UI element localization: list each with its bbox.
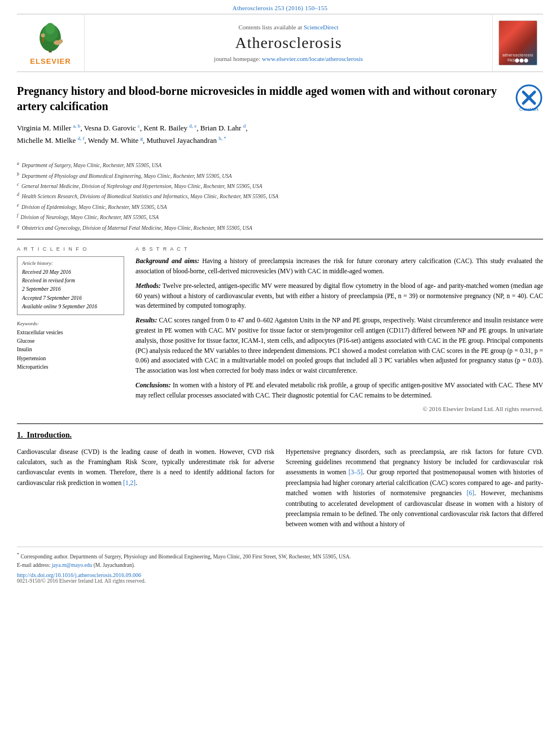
authors-line: Virginia M. Miller a, b, Vesna D. Garovi…	[17, 122, 504, 147]
abstract-methods: Methods: Twelve pre-selected, antigen-sp…	[135, 281, 543, 311]
affil-g: g Obstetrics and Gynecology, Division of…	[17, 223, 543, 232]
affil-c: c General Internal Medicine, Division of…	[17, 181, 543, 190]
doi-link[interactable]: http://dx.doi.org/10.1016/j.atherosclero…	[17, 572, 543, 578]
sciencedirect-link[interactable]: ScienceDirect	[304, 24, 339, 30]
journal-title-area: Contents lists available at ScienceDirec…	[85, 15, 492, 71]
cite-3-5[interactable]: [3–5]	[349, 469, 363, 475]
keyword-2: Glucose	[17, 337, 124, 346]
article-history-box: Article history: Received 20 May 2016 Re…	[17, 256, 124, 315]
email-label: E-mail address:	[17, 562, 52, 568]
svg-point-3	[46, 23, 55, 34]
cite-6[interactable]: [6]	[467, 490, 474, 496]
journal-cover-area: atherosclerosis FAS⬤⬤⬤	[492, 15, 543, 71]
affil-d: d Health Sciences Research, Divisions of…	[17, 191, 543, 200]
copyright-line: © 2016 Elsevier Ireland Ltd. All rights …	[135, 405, 543, 412]
info-abstract-section: A R T I C L E I N F O Article history: R…	[17, 246, 543, 412]
history-entries: Received 20 May 2016 Received in revised…	[22, 268, 119, 311]
abstract-results: Results: CAC scores ranged from 0 to 47 …	[135, 316, 543, 376]
elsevier-logo-area: ELSEVIER	[17, 15, 85, 71]
svg-point-4	[41, 33, 45, 37]
author-email[interactable]: jaya.m@mayo.edu	[52, 562, 93, 568]
journal-homepage-link[interactable]: www.elsevier.com/locate/atherosclerosis	[262, 55, 363, 62]
journal-citation: Atherosclerosis 253 (2016) 150–155	[0, 0, 560, 14]
introduction-body: Cardiovascular disease (CVD) is the lead…	[17, 447, 543, 535]
article-info-column: A R T I C L E I N F O Article history: R…	[17, 246, 124, 412]
issn-line: 0021-9150/© 2016 Elsevier Ireland Ltd. A…	[17, 578, 543, 584]
abstract-background: Background and aims: Having a history of…	[135, 256, 543, 277]
svg-point-7	[59, 39, 63, 43]
corresponding-author-note: * Corresponding author. Departments of S…	[17, 552, 543, 570]
history-online: Available online 9 September 2016	[22, 303, 119, 311]
article-title-section: Pregnancy history and blood-borne microv…	[17, 84, 543, 154]
section-divider-1	[17, 239, 543, 239]
elsevier-wordmark: ELSEVIER	[30, 57, 71, 65]
history-revised-date: 2 September 2016	[22, 285, 119, 294]
crossmark-icon: CrossMark	[515, 84, 543, 112]
history-revised-label: Received in revised form	[22, 277, 119, 285]
history-accepted: Accepted 7 September 2016	[22, 294, 119, 303]
keyword-1: Extracellular vesicles	[17, 329, 124, 337]
sciencedirect-line: Contents lists available at ScienceDirec…	[238, 24, 338, 30]
svg-text:CrossMark: CrossMark	[519, 107, 539, 111]
affil-f: f Division of Neurology, Mayo Clinic, Ro…	[17, 212, 543, 221]
history-label: Article history:	[22, 260, 119, 266]
elsevier-tree-icon	[33, 21, 67, 55]
intro-right-col: Hypertensive pregnancy disorders, such a…	[286, 447, 543, 535]
abstract-conclusions: Conclusions: In women with a history of …	[135, 381, 543, 401]
email-name: (M. Jayachandran).	[94, 562, 135, 568]
keyword-5: Microparticles	[17, 363, 124, 372]
cover-label: atherosclerosis	[502, 53, 533, 57]
affiliations: a Department of Surgery, Mayo Clinic, Ro…	[17, 160, 543, 232]
abstract-label: A B S T R A C T	[135, 246, 543, 252]
keywords-list: Extracellular vesicles Glucose Insulin H…	[17, 329, 124, 372]
keyword-3: Insulin	[17, 346, 124, 354]
cite-1-2[interactable]: [1,2]	[123, 479, 135, 486]
article-content: Pregnancy history and blood-borne microv…	[17, 72, 543, 547]
article-title: Pregnancy history and blood-borne microv…	[17, 84, 504, 114]
affil-b: b Department of Physiology and Biomedica…	[17, 171, 543, 180]
intro-left-paragraph: Cardiovascular disease (CVD) is the lead…	[17, 447, 274, 488]
introduction-title: 1. Introduction.	[17, 431, 543, 440]
crossmark-area: CrossMark	[515, 84, 543, 114]
article-info-label: A R T I C L E I N F O	[17, 246, 124, 252]
affil-a: a Department of Surgery, Mayo Clinic, Ro…	[17, 160, 543, 169]
history-received: Received 20 May 2016	[22, 268, 119, 277]
journal-homepage: journal homepage: www.elsevier.com/locat…	[214, 55, 363, 62]
elsevier-logo: ELSEVIER	[30, 21, 71, 65]
svg-rect-5	[42, 37, 44, 42]
article-title-text: Pregnancy history and blood-borne microv…	[17, 84, 504, 154]
fas-logo: FAS⬤⬤⬤	[508, 58, 528, 63]
section-divider-2	[17, 423, 543, 424]
abstract-column: A B S T R A C T Background and aims: Hav…	[135, 246, 543, 412]
journal-header: ELSEVIER Contents lists available at Sci…	[17, 14, 543, 72]
journal-cover-image: atherosclerosis FAS⬤⬤⬤	[498, 20, 537, 65]
intro-left-col: Cardiovascular disease (CVD) is the lead…	[17, 447, 274, 535]
introduction-section: 1. Introduction. Cardiovascular disease …	[17, 431, 543, 535]
affil-e: e Division of Epidemiology, Mayo Clinic,…	[17, 202, 543, 211]
intro-right-paragraph: Hypertensive pregnancy disorders, such a…	[286, 447, 543, 530]
journal-title: Atherosclerosis	[235, 34, 342, 52]
keywords-label: Keywords:	[17, 321, 124, 326]
article-footer: * Corresponding author. Departments of S…	[17, 547, 543, 589]
keyword-4: Hypertension	[17, 355, 124, 363]
